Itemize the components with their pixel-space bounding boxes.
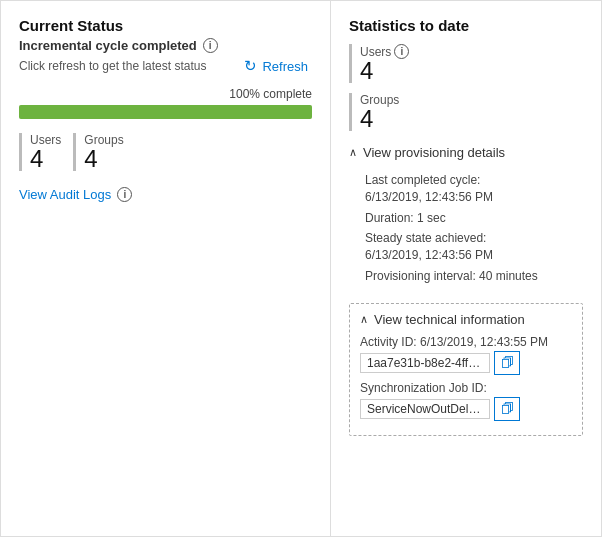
left-panel: Current Status Incremental cycle complet… — [1, 1, 331, 536]
stats-row: Users 4 Groups 4 — [19, 133, 312, 171]
users-stat-box: Users 4 — [19, 133, 61, 171]
provisioning-details-content: Last completed cycle: 6/13/2019, 12:43:5… — [349, 164, 583, 293]
refresh-button[interactable]: ↻ Refresh — [240, 55, 312, 77]
groups-stat-inner: Groups 4 — [84, 133, 123, 171]
right-users-value: 4 — [360, 59, 409, 83]
job-id-row: Synchronization Job ID: ServiceNowOutDel… — [360, 381, 572, 421]
job-id-label: Synchronization Job ID: — [360, 381, 572, 395]
groups-value: 4 — [84, 147, 123, 171]
statistics-title: Statistics to date — [349, 17, 583, 34]
right-users-inner: Users i 4 — [360, 44, 409, 83]
activity-id-row: Activity ID: 6/13/2019, 12:43:55 PM 1aa7… — [360, 335, 572, 375]
audit-logs-link[interactable]: View Audit Logs — [19, 187, 111, 202]
activity-id-label: Activity ID: 6/13/2019, 12:43:55 PM — [360, 335, 572, 349]
provisioning-details-label: View provisioning details — [363, 145, 505, 160]
progress-bar-fill — [19, 105, 312, 119]
right-users-stat-box: Users i 4 — [349, 44, 583, 83]
last-cycle-line: Last completed cycle: 6/13/2019, 12:43:5… — [365, 172, 583, 206]
audit-logs-row: View Audit Logs i — [19, 187, 312, 202]
groups-stat-box: Groups 4 — [73, 133, 123, 171]
current-status-title: Current Status — [19, 17, 312, 34]
provisioning-chevron-icon: ∧ — [349, 146, 357, 159]
refresh-label: Refresh — [262, 59, 308, 74]
technical-info-section: ∧ View technical information Activity ID… — [349, 303, 583, 436]
activity-id-copy-button[interactable]: 🗍 — [494, 351, 520, 375]
job-id-input: ServiceNowOutDelta.3... — [360, 399, 490, 419]
refresh-row: Click refresh to get the latest status ↻… — [19, 55, 312, 77]
activity-id-field-row: 1aa7e31b-b8e2-4ff1-9... 🗍 — [360, 351, 572, 375]
cycle-label-row: Incremental cycle completed i — [19, 38, 312, 53]
progress-label: 100% complete — [19, 87, 312, 101]
click-refresh-text: Click refresh to get the latest status — [19, 59, 206, 73]
right-groups-inner: Groups 4 — [360, 93, 399, 131]
right-groups-stat-box: Groups 4 — [349, 93, 583, 131]
steady-state-line: Steady state achieved: 6/13/2019, 12:43:… — [365, 230, 583, 264]
progress-bar-container — [19, 105, 312, 119]
technical-chevron-icon: ∧ — [360, 313, 368, 326]
cycle-info-icon[interactable]: i — [203, 38, 218, 53]
audit-logs-info-icon[interactable]: i — [117, 187, 132, 202]
duration-line: Duration: 1 sec — [365, 210, 583, 227]
activity-id-input: 1aa7e31b-b8e2-4ff1-9... — [360, 353, 490, 373]
right-users-info-icon[interactable]: i — [394, 44, 409, 59]
job-id-field-row: ServiceNowOutDelta.3... 🗍 — [360, 397, 572, 421]
cycle-label-text: Incremental cycle completed — [19, 38, 197, 53]
provisioning-details-header[interactable]: ∧ View provisioning details — [349, 141, 583, 164]
right-panel: Statistics to date Users i 4 Groups 4 ∧ — [331, 1, 601, 536]
right-groups-value: 4 — [360, 107, 399, 131]
technical-info-header[interactable]: ∧ View technical information — [360, 312, 572, 327]
users-stat-inner: Users 4 — [30, 133, 61, 171]
job-id-copy-button[interactable]: 🗍 — [494, 397, 520, 421]
interval-line: Provisioning interval: 40 minutes — [365, 268, 583, 285]
technical-info-label: View technical information — [374, 312, 525, 327]
refresh-icon: ↻ — [244, 57, 257, 75]
users-value: 4 — [30, 147, 61, 171]
provisioning-details-section: ∧ View provisioning details Last complet… — [349, 141, 583, 293]
